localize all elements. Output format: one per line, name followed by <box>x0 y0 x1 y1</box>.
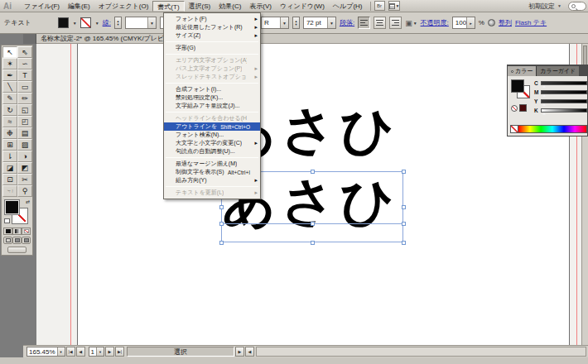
default-fill-stroke-icon[interactable] <box>4 218 10 223</box>
menu-item-glyphs[interactable]: 字形(G) <box>164 44 260 52</box>
rectangle-tool[interactable]: ▭ <box>17 81 32 93</box>
opacity-link[interactable]: 不透明度: <box>421 18 449 27</box>
gradient-tool[interactable]: ▨ <box>17 139 32 151</box>
menu-item-optical-margin[interactable]: 最適なマージン揃え(M) <box>164 160 260 168</box>
reduce-to-basic-appearance-icon[interactable] <box>488 19 495 26</box>
blend-tool[interactable]: ◑ <box>17 151 32 162</box>
fill-swatch[interactable] <box>4 199 20 215</box>
tab-color[interactable]: カラー <box>508 66 536 76</box>
align-panel-link[interactable]: 整列 <box>499 18 512 27</box>
stroke-color-swatch[interactable] <box>80 17 91 28</box>
panel-fill-swatch[interactable] <box>511 79 524 93</box>
document-tab-grip[interactable] <box>23 34 36 44</box>
menu-item-change-case[interactable]: 大文字と小文字の変更(C) <box>164 139 260 147</box>
graph-tool[interactable]: ▤ <box>17 127 32 139</box>
first-page-button[interactable]: |◀ <box>66 347 75 357</box>
menu-edit[interactable]: 編集(E) <box>64 1 94 12</box>
selection-handle[interactable] <box>311 170 315 174</box>
normal-screen-mode-button[interactable] <box>3 237 12 244</box>
menu-item-smart-punctuation[interactable]: 句読点の自動調整(U)... <box>164 147 260 156</box>
menu-item-size[interactable]: サイズ(Z) <box>164 31 260 40</box>
canvas-area[interactable]: あさひ あさひ <box>36 44 581 345</box>
tab-color-guide[interactable]: カラーガイド <box>536 66 579 76</box>
direct-selection-tool[interactable]: ⇖ <box>17 46 32 58</box>
selection-handle[interactable] <box>402 170 406 174</box>
paintbrush-tool[interactable]: ✎ <box>2 93 17 104</box>
stroke-panel-link[interactable]: 線: <box>103 18 111 27</box>
previous-page-button[interactable]: ◀ <box>76 347 85 357</box>
style-dropdown-button[interactable]: ▣▼ <box>405 19 417 27</box>
search-input[interactable] <box>568 2 586 11</box>
menu-item-composite-fonts[interactable]: 合成フォント(I)... <box>164 85 260 93</box>
magic-wand-tool[interactable]: ✶ <box>2 58 17 69</box>
workspace-switcher[interactable]: 初期設定 ▼ <box>528 2 561 11</box>
scroll-left-button[interactable]: ◀ <box>245 347 254 357</box>
menu-item-show-hidden-characters[interactable]: 制御文字を表示(S) Alt+Ctrl+I <box>164 168 260 176</box>
lasso-tool[interactable]: ∽ <box>17 58 32 69</box>
menu-item-type-orientation[interactable]: 組み方向(Y) <box>164 176 260 184</box>
align-left-button[interactable] <box>358 17 370 29</box>
last-page-button[interactable]: ▶| <box>115 347 124 357</box>
spectrum-none-swatch[interactable] <box>510 125 518 133</box>
symbol-sprayer-tool[interactable]: ❉ <box>2 127 17 139</box>
selection-handle[interactable] <box>219 241 224 245</box>
paragraph-panel-link[interactable]: 段落: <box>340 18 354 27</box>
zoom-tool[interactable]: ⚲ <box>17 185 32 197</box>
selection-handle[interactable] <box>311 241 315 245</box>
zoom-level-combo[interactable]: 165.45% ▼ <box>27 347 65 357</box>
stroke-weight-stepper[interactable]: ▲▼ <box>114 17 122 29</box>
menu-item[interactable] <box>166 112 258 113</box>
warp-tool[interactable]: ≈ <box>2 116 17 127</box>
menu-item[interactable] <box>166 83 258 84</box>
live-paint-bucket-tool[interactable]: ◪ <box>2 162 17 174</box>
path-handle[interactable] <box>402 222 406 226</box>
pencil-tool[interactable]: ✏ <box>17 93 32 104</box>
mesh-tool[interactable]: ⊞ <box>2 139 17 151</box>
menu-item-area-type-options[interactable]: エリア内文字オプション(A)... <box>164 56 260 65</box>
none-color-icon[interactable] <box>511 105 518 112</box>
menu-help[interactable]: ヘルプ(H) <box>329 1 367 12</box>
menu-item-recent-fonts[interactable]: 最近使用したフォント(R) <box>164 23 260 31</box>
menu-effect[interactable]: 効果(C) <box>214 1 245 12</box>
selection-handle[interactable] <box>402 205 406 209</box>
stroke-weight-combo[interactable]: ▼ <box>125 17 157 29</box>
selection-handle[interactable] <box>219 205 224 209</box>
align-center-button[interactable] <box>374 17 386 29</box>
menu-item[interactable] <box>166 54 258 55</box>
align-right-button[interactable] <box>389 17 402 29</box>
bridge-button[interactable]: Br <box>374 1 385 11</box>
menu-item-threaded-text-options[interactable]: スレッドテキストオプション(T) <box>164 73 260 81</box>
type-tool[interactable]: T <box>17 69 32 81</box>
color-slider[interactable] <box>541 81 587 85</box>
crop-area-tool[interactable]: ⊡ <box>2 174 17 185</box>
color-slider[interactable] <box>541 108 587 113</box>
menu-view[interactable]: 表示(V) <box>245 1 276 12</box>
line-segment-tool[interactable]: ╲ <box>2 81 17 93</box>
next-page-button[interactable]: ▶ <box>105 347 114 357</box>
rotate-tool[interactable]: ↻ <box>2 104 17 116</box>
menu-window[interactable]: ウィンドウ(W) <box>276 1 329 12</box>
menu-object[interactable]: オブジェクト(O) <box>94 1 153 12</box>
slice-tool[interactable]: ✂ <box>17 174 32 185</box>
menu-file[interactable]: ファイル(F) <box>20 1 64 12</box>
selection-tool[interactable]: ↖ <box>2 46 17 58</box>
page-number-combo[interactable]: 1 ▼ <box>89 347 104 357</box>
menu-type[interactable]: 書式(T) <box>152 1 184 12</box>
color-slider[interactable] <box>541 90 587 94</box>
menu-item-kinsoku-settings[interactable]: 禁則処理設定(K)... <box>164 93 260 102</box>
menu-item[interactable] <box>166 157 258 158</box>
font-size-combo[interactable]: 72 pt▼ <box>303 17 336 29</box>
menu-select[interactable]: 選択(S) <box>185 1 215 12</box>
opacity-field[interactable]: 100▸ <box>452 17 475 29</box>
flash-text-link[interactable]: Flash テキ <box>515 18 547 27</box>
selection-handle[interactable] <box>402 241 406 245</box>
status-flyout-button[interactable]: ▶ <box>235 347 244 357</box>
free-transform-tool[interactable]: ◰ <box>17 116 32 127</box>
menu-item-fit-headline[interactable]: ヘッドラインを合わせる(H) <box>164 114 260 122</box>
gradient-mode-button[interactable] <box>12 228 22 235</box>
menu-item-update-text[interactable]: テキストを更新(L) <box>164 189 260 197</box>
menu-item-create-outlines[interactable]: アウトラインを作成(O) Shift+Ctrl+O <box>164 122 260 131</box>
fill-color-swatch[interactable] <box>58 17 69 28</box>
menu-item-mojikumi-settings[interactable]: 文字組みアキ量設定(J)... <box>164 102 260 110</box>
font-style-combo[interactable]: R▼ <box>261 17 289 29</box>
